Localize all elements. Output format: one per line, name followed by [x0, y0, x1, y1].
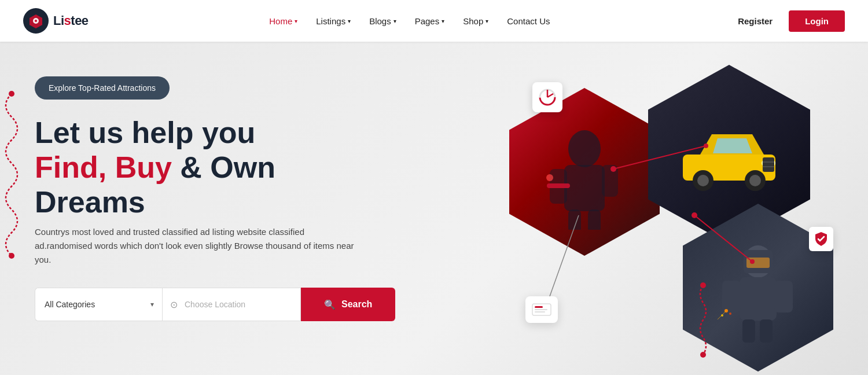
chevron-down-icon: ▾: [442, 18, 444, 24]
hero-subtitle: Countrys most loved and trusted classifi…: [35, 225, 359, 267]
svg-point-4: [9, 253, 14, 259]
svg-point-10: [704, 144, 708, 148]
search-icon: 🔍: [324, 299, 336, 310]
chevron-down-icon: ▾: [348, 18, 351, 24]
navbar: Listee Home ▾ Listings ▾ Blogs ▾ Pages ▾…: [0, 0, 868, 42]
svg-point-8: [610, 166, 616, 172]
hero-content: Explore Top-Rated Attractions Let us hel…: [35, 65, 393, 321]
location-input[interactable]: [162, 288, 301, 321]
location-pin-icon: ⊙: [170, 299, 178, 310]
logo-icon: [23, 8, 49, 34]
svg-point-2: [35, 20, 37, 22]
svg-line-6: [694, 215, 752, 262]
categories-wrapper: All Categories Cars Electronics Real Est…: [35, 288, 162, 321]
chevron-down-icon: ▾: [295, 18, 297, 24]
float-card-shield: [809, 227, 833, 251]
categories-select[interactable]: All Categories Cars Electronics Real Est…: [35, 288, 162, 321]
logo-highlight: s: [64, 13, 71, 28]
location-wrapper: ⊙: [162, 288, 301, 321]
nav-item-contact[interactable]: Contact Us: [507, 16, 550, 26]
svg-rect-47: [535, 306, 543, 308]
register-button[interactable]: Register: [731, 12, 779, 31]
explore-badge: Explore Top-Rated Attractions: [35, 76, 170, 100]
nav-item-blogs[interactable]: Blogs ▾: [369, 16, 396, 26]
svg-line-5: [613, 146, 706, 169]
float-card-chart: [532, 82, 562, 112]
svg-rect-48: [535, 309, 547, 310]
hero-title: Let us help you Find, Buy & Own Dreams: [35, 116, 393, 219]
chevron-down-icon: ▾: [393, 18, 396, 24]
main-nav: Home ▾ Listings ▾ Blogs ▾ Pages ▾ Shop ▾…: [269, 16, 550, 26]
nav-auth: Register Login: [731, 10, 845, 32]
logo-text: Listee: [53, 13, 89, 28]
login-button[interactable]: Login: [789, 10, 845, 32]
hero-section: Explore Top-Rated Attractions Let us hel…: [0, 42, 868, 375]
hero-hexagons: [463, 53, 845, 375]
search-bar: All Categories Cars Electronics Real Est…: [35, 288, 393, 321]
svg-rect-49: [535, 311, 545, 312]
svg-line-7: [550, 215, 579, 296]
search-button[interactable]: 🔍 Search: [301, 288, 395, 321]
svg-point-11: [750, 259, 755, 264]
float-card-list: [525, 296, 558, 323]
nav-item-shop[interactable]: Shop ▾: [463, 16, 488, 26]
left-wave-decoration: [0, 88, 23, 264]
nav-item-pages[interactable]: Pages ▾: [415, 16, 445, 26]
svg-point-9: [692, 212, 697, 218]
nav-item-home[interactable]: Home ▾: [269, 16, 297, 26]
nav-item-listings[interactable]: Listings ▾: [316, 16, 351, 26]
chevron-down-icon: ▾: [486, 18, 488, 24]
logo-area: Listee: [23, 8, 89, 34]
connector-lines: [463, 53, 845, 375]
hero-title-highlight: Find, Buy: [35, 150, 172, 184]
svg-point-3: [9, 91, 14, 97]
